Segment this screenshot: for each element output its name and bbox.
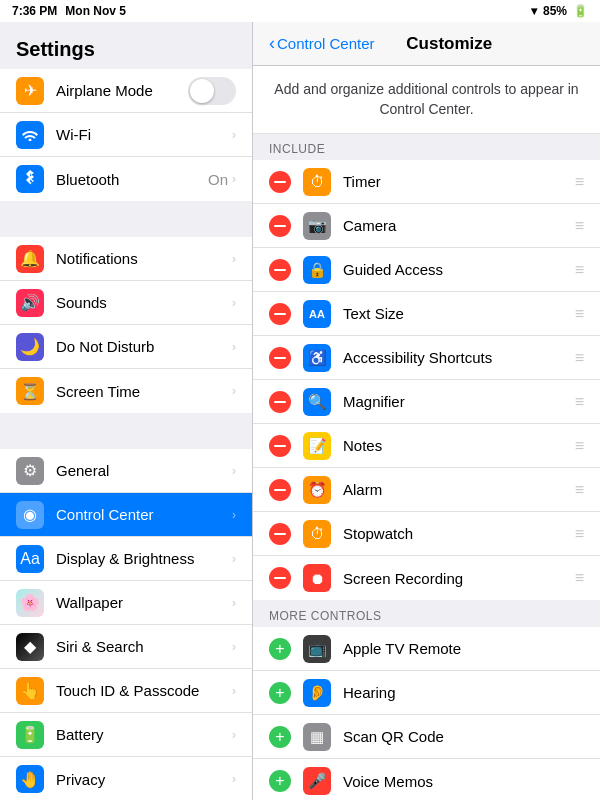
control-item-apple-tv[interactable]: 📺 Apple TV Remote xyxy=(253,627,600,671)
camera-icon: 📷 xyxy=(303,212,331,240)
display-brightness-chevron: › xyxy=(232,552,236,566)
sidebar-item-sounds[interactable]: 🔊 Sounds › xyxy=(0,281,252,325)
stopwatch-icon: ⏱ xyxy=(303,520,331,548)
screen-recording-icon: ⏺ xyxy=(303,564,331,592)
control-item-screen-recording[interactable]: ⏺ Screen Recording ≡ xyxy=(253,556,600,600)
notes-remove-button[interactable] xyxy=(269,435,291,457)
accessibility-remove-button[interactable] xyxy=(269,347,291,369)
camera-label: Camera xyxy=(343,217,575,234)
sidebar-item-wallpaper[interactable]: 🌸 Wallpaper › xyxy=(0,581,252,625)
scan-qr-icon: ▦ xyxy=(303,723,331,751)
stopwatch-label: Stopwatch xyxy=(343,525,575,542)
alarm-label: Alarm xyxy=(343,481,575,498)
stopwatch-remove-button[interactable] xyxy=(269,523,291,545)
sidebar-item-battery[interactable]: 🔋 Battery › xyxy=(0,713,252,757)
battery-chevron: › xyxy=(232,728,236,742)
bluetooth-chevron: › xyxy=(232,172,236,186)
text-size-remove-button[interactable] xyxy=(269,303,291,325)
control-item-timer[interactable]: ⏱ Timer ≡ xyxy=(253,160,600,204)
status-bar-right: ▾ 85% 🔋 xyxy=(531,4,588,18)
camera-remove-button[interactable] xyxy=(269,215,291,237)
battery-label: Battery xyxy=(56,726,232,743)
sidebar-item-wifi[interactable]: Wi-Fi › xyxy=(0,113,252,157)
sidebar-item-siri-search[interactable]: ◆ Siri & Search › xyxy=(0,625,252,669)
include-section-header: INCLUDE xyxy=(253,134,600,160)
bluetooth-icon xyxy=(16,165,44,193)
included-controls-group: ⏱ Timer ≡ 📷 Camera ≡ 🔒 Guided Access ≡ xyxy=(253,160,600,600)
sidebar-item-airplane-mode[interactable]: ✈ Airplane Mode xyxy=(0,69,252,113)
control-item-hearing[interactable]: 👂 Hearing xyxy=(253,671,600,715)
control-item-text-size[interactable]: AA Text Size ≡ xyxy=(253,292,600,336)
magnifier-icon: 🔍 xyxy=(303,388,331,416)
screen-recording-remove-button[interactable] xyxy=(269,567,291,589)
sidebar-item-general[interactable]: ⚙ General › xyxy=(0,449,252,493)
notifications-label: Notifications xyxy=(56,250,232,267)
control-item-voice-memos[interactable]: 🎤 Voice Memos xyxy=(253,759,600,800)
wifi-icon: ▾ xyxy=(531,4,537,18)
alarm-remove-button[interactable] xyxy=(269,479,291,501)
accessibility-icon: ♿ xyxy=(303,344,331,372)
sounds-label: Sounds xyxy=(56,294,232,311)
notifications-chevron: › xyxy=(232,252,236,266)
display-brightness-label: Display & Brightness xyxy=(56,550,232,567)
screen-time-label: Screen Time xyxy=(56,383,232,400)
airplane-mode-toggle[interactable] xyxy=(188,77,236,105)
magnifier-remove-button[interactable] xyxy=(269,391,291,413)
camera-reorder-icon: ≡ xyxy=(575,217,584,235)
settings-title: Settings xyxy=(0,22,252,69)
description-box: Add and organize additional controls to … xyxy=(253,66,600,134)
timer-remove-button[interactable] xyxy=(269,171,291,193)
sidebar-item-touch-id[interactable]: 👆 Touch ID & Passcode › xyxy=(0,669,252,713)
text-size-icon: AA xyxy=(303,300,331,328)
status-bar-left: 7:36 PM Mon Nov 5 xyxy=(12,4,126,18)
sidebar-item-notifications[interactable]: 🔔 Notifications › xyxy=(0,237,252,281)
control-item-accessibility[interactable]: ♿ Accessibility Shortcuts ≡ xyxy=(253,336,600,380)
settings-group-notifications: 🔔 Notifications › 🔊 Sounds › 🌙 Do Not Di… xyxy=(0,237,252,413)
control-item-notes[interactable]: 📝 Notes ≡ xyxy=(253,424,600,468)
touch-id-chevron: › xyxy=(232,684,236,698)
voice-memos-add-button[interactable] xyxy=(269,770,291,792)
apple-tv-add-button[interactable] xyxy=(269,638,291,660)
toggle-knob xyxy=(190,79,214,103)
right-panel-title: Customize xyxy=(375,34,524,54)
guided-access-remove-button[interactable] xyxy=(269,259,291,281)
accessibility-label: Accessibility Shortcuts xyxy=(343,349,575,366)
screen-recording-reorder-icon: ≡ xyxy=(575,569,584,587)
sidebar-item-control-center[interactable]: ◉ Control Center › xyxy=(0,493,252,537)
alarm-icon: ⏰ xyxy=(303,476,331,504)
sidebar-item-display-brightness[interactable]: Aa Display & Brightness › xyxy=(0,537,252,581)
siri-icon: ◆ xyxy=(16,633,44,661)
scan-qr-add-button[interactable] xyxy=(269,726,291,748)
control-item-scan-qr[interactable]: ▦ Scan QR Code xyxy=(253,715,600,759)
timer-label: Timer xyxy=(343,173,575,190)
general-chevron: › xyxy=(232,464,236,478)
control-item-stopwatch[interactable]: ⏱ Stopwatch ≡ xyxy=(253,512,600,556)
hearing-add-button[interactable] xyxy=(269,682,291,704)
screen-recording-label: Screen Recording xyxy=(343,570,575,587)
text-size-label: Text Size xyxy=(343,305,575,322)
apple-tv-label: Apple TV Remote xyxy=(343,640,584,657)
magnifier-label: Magnifier xyxy=(343,393,575,410)
bluetooth-value: On xyxy=(208,171,228,188)
control-item-camera[interactable]: 📷 Camera ≡ xyxy=(253,204,600,248)
apple-tv-icon: 📺 xyxy=(303,635,331,663)
right-panel: ‹ Control Center Customize Add and organ… xyxy=(253,22,600,800)
siri-chevron: › xyxy=(232,640,236,654)
control-item-guided-access[interactable]: 🔒 Guided Access ≡ xyxy=(253,248,600,292)
screen-time-chevron: › xyxy=(232,384,236,398)
guided-access-reorder-icon: ≡ xyxy=(575,261,584,279)
voice-memos-icon: 🎤 xyxy=(303,767,331,795)
hearing-label: Hearing xyxy=(343,684,584,701)
control-item-magnifier[interactable]: 🔍 Magnifier ≡ xyxy=(253,380,600,424)
sidebar-item-privacy[interactable]: 🤚 Privacy › xyxy=(0,757,252,800)
back-button[interactable]: ‹ Control Center xyxy=(269,33,375,54)
control-item-alarm[interactable]: ⏰ Alarm ≡ xyxy=(253,468,600,512)
sidebar-item-do-not-disturb[interactable]: 🌙 Do Not Disturb › xyxy=(0,325,252,369)
sidebar-item-bluetooth[interactable]: Bluetooth On › xyxy=(0,157,252,201)
sounds-icon: 🔊 xyxy=(16,289,44,317)
description-text: Add and organize additional controls to … xyxy=(274,81,578,117)
timer-reorder-icon: ≡ xyxy=(575,173,584,191)
text-size-reorder-icon: ≡ xyxy=(575,305,584,323)
more-controls-section-header: MORE CONTROLS xyxy=(253,601,600,627)
sidebar-item-screen-time[interactable]: ⏳ Screen Time › xyxy=(0,369,252,413)
